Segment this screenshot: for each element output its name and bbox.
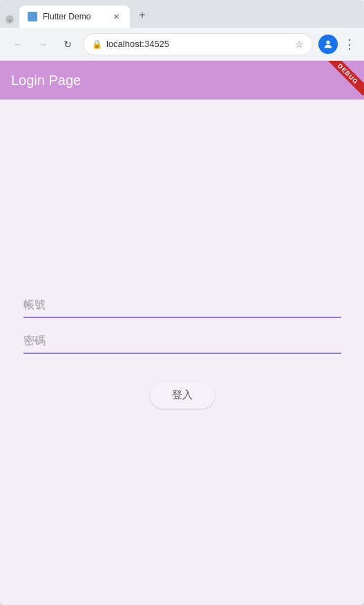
url-text: localhost:34525 (106, 39, 291, 49)
tab-close-button[interactable]: ✕ (111, 11, 122, 22)
browser-window: ⌄ Flutter Demo ✕ + ← → ↻ 🔒 localhost:345… (0, 0, 364, 605)
tab-control-collapse[interactable]: ⌄ (6, 15, 14, 24)
password-input[interactable] (23, 329, 341, 354)
back-button[interactable]: ← (8, 35, 28, 54)
profile-button[interactable] (318, 35, 338, 54)
tab-bar: ⌄ Flutter Demo ✕ + (0, 0, 364, 28)
app-bar-title: Login Page (11, 73, 81, 89)
svg-point-0 (326, 40, 329, 44)
login-form: 登入 (23, 293, 341, 409)
lock-icon: 🔒 (92, 39, 102, 49)
login-button[interactable]: 登入 (150, 382, 215, 409)
refresh-button[interactable]: ↻ (58, 35, 77, 54)
app-bar: Login Page (0, 61, 364, 100)
page-body: 登入 (0, 100, 364, 605)
password-field-container (23, 329, 341, 354)
browser-menu-button[interactable]: ⋮ (343, 37, 356, 52)
username-input[interactable] (23, 293, 341, 318)
browser-tab[interactable]: Flutter Demo ✕ (19, 6, 130, 28)
bookmark-icon[interactable]: ☆ (295, 39, 304, 50)
username-field-container (23, 293, 341, 318)
tab-title: Flutter Demo (43, 12, 105, 21)
url-bar[interactable]: 🔒 localhost:34525 ☆ (83, 33, 313, 55)
tab-left-controls: ⌄ (6, 15, 14, 24)
tab-favicon-icon (28, 12, 37, 21)
address-bar: ← → ↻ 🔒 localhost:34525 ☆ ⋮ (0, 28, 364, 61)
forward-button[interactable]: → (33, 35, 52, 54)
new-tab-button[interactable]: + (133, 6, 152, 25)
debug-banner (323, 61, 364, 102)
app-content: Login Page 登入 (0, 61, 364, 605)
